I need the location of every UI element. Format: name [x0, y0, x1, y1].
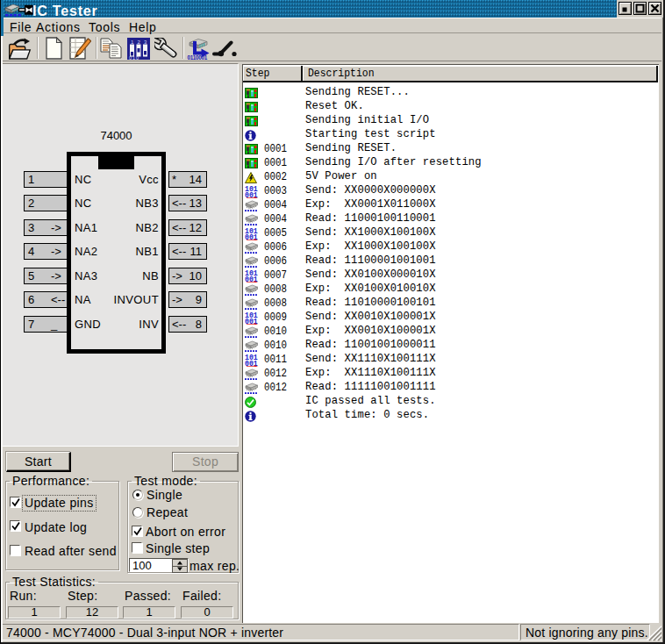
svg-text:0: 0 [136, 55, 139, 60]
svg-text:0110001: 0110001 [188, 54, 208, 61]
svg-text:1: 1 [132, 55, 135, 60]
svg-text:0: 0 [129, 55, 132, 60]
